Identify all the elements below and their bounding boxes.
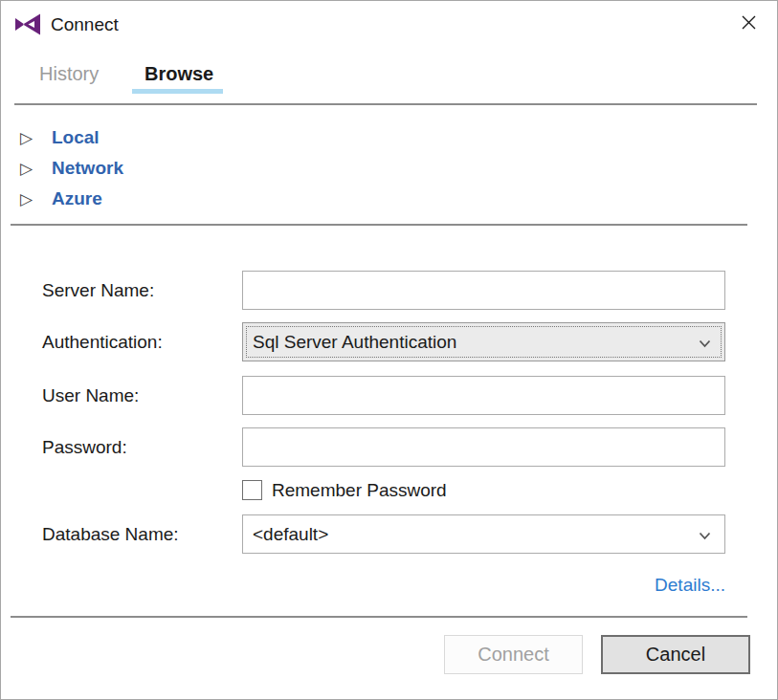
server-name-input[interactable] xyxy=(242,271,725,310)
authentication-dropdown[interactable]: Sql Server Authentication xyxy=(242,322,725,361)
tree-item-azure[interactable]: ▷ Azure xyxy=(20,185,307,213)
tree-item-network[interactable]: ▷ Network xyxy=(20,154,307,183)
chevron-down-icon xyxy=(699,524,711,545)
connect-dialog: Connect History Browse ▷ Local ▷ Network… xyxy=(0,0,778,700)
server-name-label: Server Name: xyxy=(42,280,238,300)
tree-item-local[interactable]: ▷ Local xyxy=(20,123,307,152)
tree-item-label: Network xyxy=(52,158,123,179)
remember-password-checkbox[interactable] xyxy=(242,480,262,500)
window-title: Connect xyxy=(51,13,119,35)
user-name-label: User Name: xyxy=(42,385,238,405)
active-tab-underline xyxy=(132,89,223,94)
vs-bowtie-icon xyxy=(14,13,41,35)
password-input[interactable] xyxy=(242,427,725,467)
expander-triangle-icon[interactable]: ▷ xyxy=(20,159,39,179)
database-name-selected-value: <default> xyxy=(253,524,699,545)
remember-password-row: Remember Password xyxy=(242,479,447,501)
tree-item-label: Azure xyxy=(52,188,102,209)
password-label: Password: xyxy=(42,437,238,457)
close-button[interactable] xyxy=(733,9,764,39)
authentication-selected-value: Sql Server Authentication xyxy=(253,332,699,353)
separator-middle xyxy=(11,224,747,226)
tree-item-label: Local xyxy=(52,127,100,148)
database-name-dropdown[interactable]: <default> xyxy=(242,514,725,554)
remember-password-label: Remember Password xyxy=(272,480,447,501)
separator-top xyxy=(14,103,757,105)
cancel-button[interactable]: Cancel xyxy=(601,635,750,674)
chevron-down-icon xyxy=(699,332,711,353)
tab-browse[interactable]: Browse xyxy=(144,62,213,87)
separator-bottom xyxy=(11,616,747,618)
details-link[interactable]: Details... xyxy=(242,575,725,596)
connect-button[interactable]: Connect xyxy=(444,635,583,674)
expander-triangle-icon[interactable]: ▷ xyxy=(20,189,39,209)
user-name-input[interactable] xyxy=(242,376,725,415)
database-name-label: Database Name: xyxy=(42,524,238,544)
expander-triangle-icon[interactable]: ▷ xyxy=(20,128,39,148)
tab-history[interactable]: History xyxy=(39,62,99,87)
close-x-icon xyxy=(741,14,757,34)
titlebar: Connect xyxy=(1,1,777,47)
authentication-label: Authentication: xyxy=(42,332,238,352)
